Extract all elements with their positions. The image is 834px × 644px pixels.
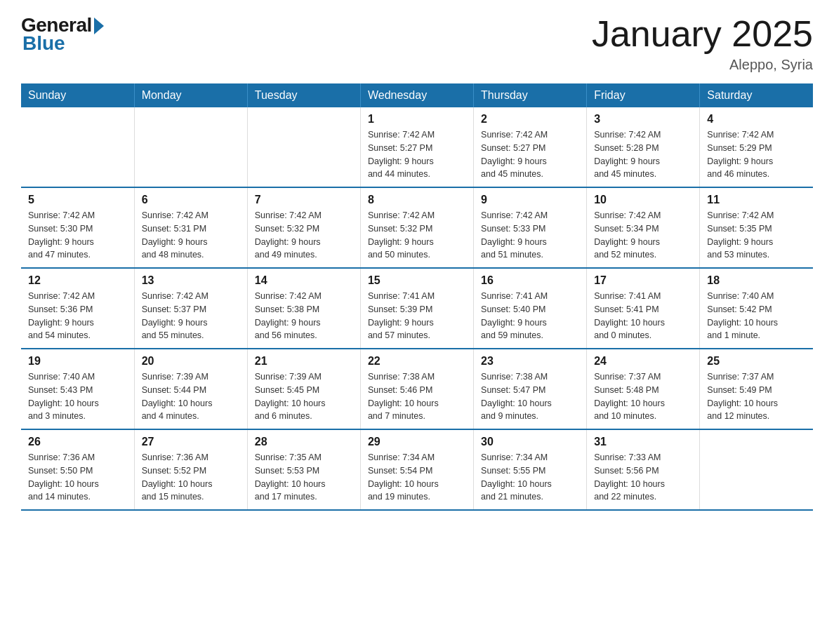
day-number: 21 — [255, 355, 353, 368]
header-wednesday: Wednesday — [360, 83, 473, 107]
day-info: Sunrise: 7:33 AMSunset: 5:56 PMDaylight:… — [594, 451, 692, 504]
week-row-5: 26Sunrise: 7:36 AMSunset: 5:50 PMDayligh… — [21, 429, 813, 510]
day-number: 8 — [368, 194, 466, 206]
day-info: Sunrise: 7:42 AMSunset: 5:30 PMDaylight:… — [28, 209, 127, 262]
week-row-3: 12Sunrise: 7:42 AMSunset: 5:36 PMDayligh… — [21, 268, 813, 349]
calendar-cell: 30Sunrise: 7:34 AMSunset: 5:55 PMDayligh… — [474, 429, 587, 510]
calendar-cell: 22Sunrise: 7:38 AMSunset: 5:46 PMDayligh… — [360, 349, 473, 429]
day-number: 24 — [594, 355, 692, 368]
day-info: Sunrise: 7:37 AMSunset: 5:49 PMDaylight:… — [707, 370, 806, 423]
day-info: Sunrise: 7:39 AMSunset: 5:44 PMDaylight:… — [142, 370, 240, 423]
day-info: Sunrise: 7:36 AMSunset: 5:50 PMDaylight:… — [28, 451, 127, 504]
title-section: January 2025 Aleppo, Syria — [592, 14, 813, 73]
week-row-2: 5Sunrise: 7:42 AMSunset: 5:30 PMDaylight… — [21, 187, 813, 268]
calendar-cell: 12Sunrise: 7:42 AMSunset: 5:36 PMDayligh… — [21, 268, 134, 349]
day-number: 25 — [707, 355, 806, 368]
calendar-cell: 17Sunrise: 7:41 AMSunset: 5:41 PMDayligh… — [587, 268, 700, 349]
calendar-cell: 19Sunrise: 7:40 AMSunset: 5:43 PMDayligh… — [21, 349, 134, 429]
day-number: 27 — [142, 436, 240, 448]
day-number: 14 — [255, 274, 353, 287]
day-number: 2 — [481, 113, 579, 126]
day-number: 16 — [481, 274, 579, 287]
day-number: 4 — [707, 113, 806, 126]
calendar-cell: 8Sunrise: 7:42 AMSunset: 5:32 PMDaylight… — [360, 187, 473, 268]
calendar-cell: 31Sunrise: 7:33 AMSunset: 5:56 PMDayligh… — [587, 429, 700, 510]
day-info: Sunrise: 7:40 AMSunset: 5:42 PMDaylight:… — [707, 290, 806, 342]
day-number: 19 — [28, 355, 127, 368]
calendar-cell: 14Sunrise: 7:42 AMSunset: 5:38 PMDayligh… — [247, 268, 360, 349]
day-info: Sunrise: 7:38 AMSunset: 5:47 PMDaylight:… — [481, 370, 579, 423]
day-info: Sunrise: 7:41 AMSunset: 5:39 PMDaylight:… — [368, 290, 466, 342]
calendar-cell: 6Sunrise: 7:42 AMSunset: 5:31 PMDaylight… — [134, 187, 247, 268]
day-info: Sunrise: 7:42 AMSunset: 5:36 PMDaylight:… — [28, 290, 127, 342]
calendar-cell: 7Sunrise: 7:42 AMSunset: 5:32 PMDaylight… — [247, 187, 360, 268]
calendar-table: SundayMondayTuesdayWednesdayThursdayFrid… — [21, 83, 813, 511]
day-info: Sunrise: 7:42 AMSunset: 5:27 PMDaylight:… — [481, 128, 579, 181]
header-sunday: Sunday — [21, 83, 134, 107]
day-info: Sunrise: 7:42 AMSunset: 5:29 PMDaylight:… — [707, 128, 806, 181]
logo: General Blue — [21, 14, 104, 55]
day-info: Sunrise: 7:42 AMSunset: 5:32 PMDaylight:… — [368, 209, 466, 262]
day-number: 22 — [368, 355, 466, 368]
day-number: 30 — [481, 436, 579, 448]
day-info: Sunrise: 7:36 AMSunset: 5:52 PMDaylight:… — [142, 451, 240, 504]
calendar-cell: 13Sunrise: 7:42 AMSunset: 5:37 PMDayligh… — [134, 268, 247, 349]
header-monday: Monday — [134, 83, 247, 107]
calendar-cell: 18Sunrise: 7:40 AMSunset: 5:42 PMDayligh… — [700, 268, 813, 349]
calendar-cell: 10Sunrise: 7:42 AMSunset: 5:34 PMDayligh… — [587, 187, 700, 268]
day-info: Sunrise: 7:41 AMSunset: 5:41 PMDaylight:… — [594, 290, 692, 342]
calendar-location: Aleppo, Syria — [592, 57, 813, 73]
calendar-cell: 29Sunrise: 7:34 AMSunset: 5:54 PMDayligh… — [360, 429, 473, 510]
day-info: Sunrise: 7:42 AMSunset: 5:35 PMDaylight:… — [707, 209, 806, 262]
day-number: 31 — [594, 436, 692, 448]
header-saturday: Saturday — [700, 83, 813, 107]
day-info: Sunrise: 7:42 AMSunset: 5:32 PMDaylight:… — [255, 209, 353, 262]
calendar-cell: 11Sunrise: 7:42 AMSunset: 5:35 PMDayligh… — [700, 187, 813, 268]
calendar-cell: 21Sunrise: 7:39 AMSunset: 5:45 PMDayligh… — [247, 349, 360, 429]
week-row-4: 19Sunrise: 7:40 AMSunset: 5:43 PMDayligh… — [21, 349, 813, 429]
calendar-cell: 5Sunrise: 7:42 AMSunset: 5:30 PMDaylight… — [21, 187, 134, 268]
day-info: Sunrise: 7:41 AMSunset: 5:40 PMDaylight:… — [481, 290, 579, 342]
day-info: Sunrise: 7:42 AMSunset: 5:34 PMDaylight:… — [594, 209, 692, 262]
day-number: 1 — [368, 113, 466, 126]
day-info: Sunrise: 7:42 AMSunset: 5:37 PMDaylight:… — [142, 290, 240, 342]
logo-blue-text: Blue — [21, 32, 65, 55]
day-number: 5 — [28, 194, 127, 206]
logo-triangle-icon — [94, 18, 104, 34]
calendar-cell: 28Sunrise: 7:35 AMSunset: 5:53 PMDayligh… — [247, 429, 360, 510]
calendar-cell: 27Sunrise: 7:36 AMSunset: 5:52 PMDayligh… — [134, 429, 247, 510]
day-info: Sunrise: 7:39 AMSunset: 5:45 PMDaylight:… — [255, 370, 353, 423]
calendar-cell — [247, 107, 360, 187]
calendar-header: SundayMondayTuesdayWednesdayThursdayFrid… — [21, 83, 813, 107]
day-number: 11 — [707, 194, 806, 206]
calendar-title: January 2025 — [592, 14, 813, 54]
day-number: 29 — [368, 436, 466, 448]
day-info: Sunrise: 7:42 AMSunset: 5:27 PMDaylight:… — [368, 128, 466, 181]
header-thursday: Thursday — [474, 83, 587, 107]
day-info: Sunrise: 7:35 AMSunset: 5:53 PMDaylight:… — [255, 451, 353, 504]
calendar-cell: 2Sunrise: 7:42 AMSunset: 5:27 PMDaylight… — [474, 107, 587, 187]
calendar-cell: 16Sunrise: 7:41 AMSunset: 5:40 PMDayligh… — [474, 268, 587, 349]
calendar-cell — [134, 107, 247, 187]
calendar-cell: 24Sunrise: 7:37 AMSunset: 5:48 PMDayligh… — [587, 349, 700, 429]
day-info: Sunrise: 7:42 AMSunset: 5:28 PMDaylight:… — [594, 128, 692, 181]
calendar-cell: 4Sunrise: 7:42 AMSunset: 5:29 PMDaylight… — [700, 107, 813, 187]
day-info: Sunrise: 7:42 AMSunset: 5:31 PMDaylight:… — [142, 209, 240, 262]
day-number: 13 — [142, 274, 240, 287]
day-info: Sunrise: 7:37 AMSunset: 5:48 PMDaylight:… — [594, 370, 692, 423]
day-number: 26 — [28, 436, 127, 448]
calendar-cell: 20Sunrise: 7:39 AMSunset: 5:44 PMDayligh… — [134, 349, 247, 429]
week-row-1: 1Sunrise: 7:42 AMSunset: 5:27 PMDaylight… — [21, 107, 813, 187]
calendar-cell: 23Sunrise: 7:38 AMSunset: 5:47 PMDayligh… — [474, 349, 587, 429]
header-friday: Friday — [587, 83, 700, 107]
day-number: 6 — [142, 194, 240, 206]
calendar-cell: 15Sunrise: 7:41 AMSunset: 5:39 PMDayligh… — [360, 268, 473, 349]
day-info: Sunrise: 7:42 AMSunset: 5:38 PMDaylight:… — [255, 290, 353, 342]
calendar-cell: 9Sunrise: 7:42 AMSunset: 5:33 PMDaylight… — [474, 187, 587, 268]
day-info: Sunrise: 7:34 AMSunset: 5:54 PMDaylight:… — [368, 451, 466, 504]
day-info: Sunrise: 7:38 AMSunset: 5:46 PMDaylight:… — [368, 370, 466, 423]
day-number: 23 — [481, 355, 579, 368]
day-number: 12 — [28, 274, 127, 287]
calendar-header-row: SundayMondayTuesdayWednesdayThursdayFrid… — [21, 83, 813, 107]
day-number: 20 — [142, 355, 240, 368]
